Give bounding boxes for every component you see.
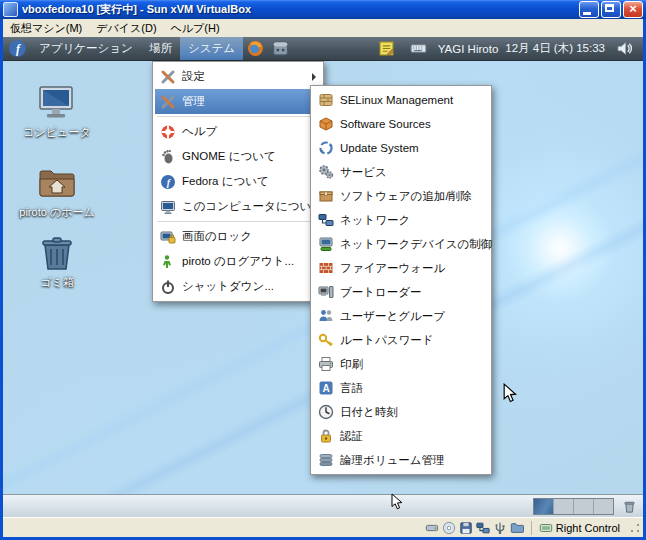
menu-item-firewall[interactable]: ファイアーウォール <box>313 256 489 280</box>
workspace-4[interactable] <box>593 499 613 514</box>
vbox-menubar: 仮想マシン(M) デバイス(D) ヘルプ(H) <box>3 19 643 37</box>
maximize-button[interactable] <box>601 1 621 18</box>
panel-menu-places[interactable]: 場所 <box>141 37 180 60</box>
home-folder-icon <box>36 163 78 203</box>
logout-icon <box>160 254 176 270</box>
menu-item-language[interactable]: 言語 <box>313 376 489 400</box>
root-password-icon <box>318 332 334 348</box>
menu-item-bootloader[interactable]: ブートローダー <box>313 280 489 304</box>
menu-item-lock-screen[interactable]: 画面のロック <box>155 224 321 249</box>
cd-status-icon[interactable] <box>442 521 456 535</box>
firefox-launcher-icon[interactable] <box>247 40 264 57</box>
trash-desktop-icon <box>37 233 77 273</box>
host-key-label: Right Control <box>556 522 620 534</box>
app-launcher-icon[interactable] <box>272 40 289 57</box>
host-key-icon <box>539 521 553 535</box>
clock-applet[interactable]: 12月 4日 (木) 15:33 <box>505 41 605 56</box>
desktop-icon-label: ゴミ箱 <box>40 276 74 288</box>
lvm-icon <box>318 452 334 468</box>
preferences-icon <box>160 69 176 85</box>
menu-separator <box>157 116 319 117</box>
titlebar[interactable]: vboxfedora10 [実行中] - Sun xVM VirtualBox <box>0 0 646 19</box>
language-icon <box>318 380 334 396</box>
workspace-3[interactable] <box>573 499 593 514</box>
menu-item-date-time[interactable]: 日付と時刻 <box>313 400 489 424</box>
menu-item-about-computer[interactable]: このコンピュータについて <box>155 194 321 219</box>
administration-submenu: SELinux Management Software Sources Upda… <box>310 85 492 475</box>
desktop-icon-computer[interactable]: コンピュータ <box>19 83 95 140</box>
menu-virtual-machine[interactable]: 仮想マシン(M) <box>3 19 89 37</box>
usb-status-icon[interactable] <box>493 521 507 535</box>
bootloader-icon <box>318 284 334 300</box>
vm-screen: アプリケーション 場所 システム YAGI Hiroto 12月 4日 (木) … <box>3 37 643 517</box>
gnome-bottom-panel <box>3 494 643 517</box>
user-switcher[interactable]: YAGI Hiroto <box>438 43 499 55</box>
panel-menu-system[interactable]: システム <box>180 37 243 60</box>
menu-item-shutdown[interactable]: シャットダウン... <box>155 274 321 299</box>
vbox-statusbar: Right Control <box>3 517 643 537</box>
statusbar-separator <box>531 521 532 535</box>
workspace-switcher[interactable] <box>533 498 614 515</box>
shutdown-icon <box>160 279 176 295</box>
menu-item-lvm[interactable]: 論理ボリューム管理 <box>313 448 489 472</box>
shared-folders-status-icon[interactable] <box>510 521 524 535</box>
virtualbox-window: vboxfedora10 [実行中] - Sun xVM VirtualBox … <box>0 0 646 540</box>
menu-item-help[interactable]: ヘルプ <box>155 119 321 144</box>
printer-icon <box>318 356 334 372</box>
desktop-icon-label: piroto のホーム <box>19 206 94 218</box>
computer-desktop-icon <box>36 83 78 123</box>
services-icon <box>318 164 334 180</box>
desktop-icon-home[interactable]: piroto のホーム <box>19 163 95 220</box>
menu-item-root-password[interactable]: ルートパスワード <box>313 328 489 352</box>
close-button[interactable] <box>623 1 643 18</box>
menu-item-authentication[interactable]: 認証 <box>313 424 489 448</box>
menu-item-selinux-management[interactable]: SELinux Management <box>313 88 489 112</box>
panel-menu-applications[interactable]: アプリケーション <box>31 37 141 60</box>
menu-item-logout[interactable]: piroto のログアウト... <box>155 249 321 274</box>
workspace-2[interactable] <box>553 499 573 514</box>
menu-item-about-fedora[interactable]: Fedora について <box>155 169 321 194</box>
selinux-icon <box>318 92 334 108</box>
menu-item-add-remove-software[interactable]: ソフトウェアの追加/削除 <box>313 184 489 208</box>
menu-item-update-system[interactable]: Update System <box>313 136 489 160</box>
fedora-menu-icon[interactable] <box>8 39 27 58</box>
fedora-logo-icon <box>160 174 176 190</box>
resize-grip[interactable] <box>629 522 641 534</box>
hdd-status-icon[interactable] <box>425 521 439 535</box>
gnome-logo-icon <box>160 149 176 165</box>
update-system-icon <box>318 140 334 156</box>
authentication-icon <box>318 428 334 444</box>
menu-item-about-gnome[interactable]: GNOME について <box>155 144 321 169</box>
volume-icon[interactable] <box>616 40 633 57</box>
computer-icon <box>160 199 176 215</box>
trash-applet-icon[interactable] <box>622 499 637 514</box>
menu-item-preferences[interactable]: 設定 <box>155 64 321 89</box>
menu-item-software-sources[interactable]: Software Sources <box>313 112 489 136</box>
input-method-icon[interactable] <box>378 40 395 57</box>
menu-item-users-groups[interactable]: ユーザーとグループ <box>313 304 489 328</box>
firewall-icon <box>318 260 334 276</box>
menu-help[interactable]: ヘルプ(H) <box>164 19 227 37</box>
menu-item-network[interactable]: ネットワーク <box>313 208 489 232</box>
minimize-button[interactable] <box>579 1 599 18</box>
network-icon <box>318 212 334 228</box>
help-icon <box>160 124 176 140</box>
network-device-icon <box>318 236 334 252</box>
floppy-status-icon[interactable] <box>459 521 473 535</box>
window-title: vboxfedora10 [実行中] - Sun xVM VirtualBox <box>22 2 577 17</box>
menu-item-network-device-control[interactable]: ネットワークデバイスの制御 <box>313 232 489 256</box>
menu-devices[interactable]: デバイス(D) <box>89 19 163 37</box>
users-groups-icon <box>318 308 334 324</box>
keyboard-applet-icon[interactable] <box>410 40 427 57</box>
network-status-icon[interactable] <box>476 521 490 535</box>
menu-item-printing[interactable]: 印刷 <box>313 352 489 376</box>
menu-item-services[interactable]: サービス <box>313 160 489 184</box>
desktop-icon-trash[interactable]: ゴミ箱 <box>19 233 95 290</box>
lock-screen-icon <box>160 229 176 245</box>
virtualbox-app-icon <box>3 2 18 17</box>
workspace-1[interactable] <box>534 499 553 514</box>
menu-item-administration[interactable]: 管理 <box>155 89 321 114</box>
menu-separator <box>157 221 319 222</box>
submenu-arrow-icon <box>312 73 316 81</box>
add-remove-software-icon <box>318 188 334 204</box>
